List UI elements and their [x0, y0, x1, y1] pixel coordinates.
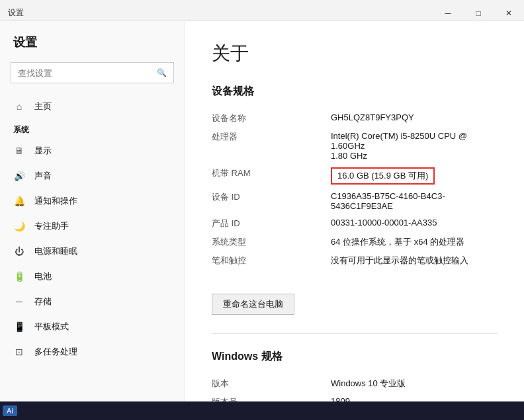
- windows-specs-title: Windows 规格: [212, 350, 498, 364]
- field-value: C1936A35-B75C-4160-B4C3-5436C1F9E3AE: [278, 188, 498, 214]
- field-value: 1809: [278, 393, 498, 401]
- notifications-icon: 🔔: [13, 195, 25, 207]
- ram-highlight: 16.0 GB (15.9 GB 可用): [331, 167, 435, 185]
- sound-icon: 🔊: [13, 170, 25, 182]
- table-row: 版本号 1809: [212, 393, 498, 401]
- device-specs-table: 设备名称 GH5LQZ8T9FY3PQY 处理器 Intel(R) Core(T…: [212, 109, 498, 270]
- notifications-label: 通知和操作: [34, 195, 77, 207]
- field-value: 16.0 GB (15.9 GB 可用): [278, 164, 498, 188]
- main-layout: 设置 🔍 ⌂ 主页 系统 🖥 显示 🔊 声音 🔔 通知和操作 🌙 专注助手: [0, 21, 524, 401]
- minimize-button[interactable]: ─: [433, 5, 463, 21]
- field-label: 版本号: [212, 393, 278, 401]
- field-value: 64 位操作系统，基于 x64 的处理器: [278, 233, 498, 251]
- field-label: 版本: [212, 374, 278, 393]
- field-value: GH5LQZ8T9FY3PQY: [278, 109, 498, 128]
- field-label: 系统类型: [212, 233, 278, 251]
- battery-label: 电池: [34, 271, 52, 282]
- sidebar-item-power[interactable]: ⏻ 电源和睡眠: [0, 239, 185, 264]
- tablet-label: 平板模式: [34, 321, 69, 333]
- rename-computer-button[interactable]: 重命名这台电脑: [212, 294, 294, 315]
- taskbar: Ai: [0, 401, 524, 420]
- field-label: 处理器: [212, 128, 278, 164]
- content-area: 关于 设备规格 设备名称 GH5LQZ8T9FY3PQY 处理器 Intel(R…: [185, 21, 524, 401]
- sidebar-item-focus[interactable]: 🌙 专注助手: [0, 214, 185, 239]
- field-label: 笔和触控: [212, 251, 278, 270]
- storage-label: 存储: [34, 296, 52, 308]
- display-icon: 🖥: [13, 145, 25, 157]
- titlebar-title: 设置: [0, 7, 24, 19]
- field-label: 机带 RAM: [212, 164, 278, 188]
- close-button[interactable]: ✕: [494, 5, 524, 21]
- field-value: Windows 10 专业版: [278, 374, 498, 393]
- field-value: 没有可用于此显示器的笔或触控输入: [278, 251, 498, 270]
- power-icon: ⏻: [13, 245, 25, 257]
- sidebar-item-home[interactable]: ⌂ 主页: [0, 94, 185, 119]
- table-row: 处理器 Intel(R) Core(TM) i5-8250U CPU @ 1.6…: [212, 128, 498, 164]
- table-row: 版本 Windows 10 专业版: [212, 374, 498, 393]
- field-value: 00331-10000-00001-AA335: [278, 214, 498, 233]
- titlebar-controls: ─ □ ✕: [433, 5, 524, 21]
- search-box[interactable]: 🔍: [11, 62, 174, 83]
- table-row: 笔和触控 没有可用于此显示器的笔或触控输入: [212, 251, 498, 270]
- field-label: 产品 ID: [212, 214, 278, 233]
- search-input[interactable]: [18, 68, 157, 78]
- focus-label: 专注助手: [34, 220, 69, 232]
- sidebar-item-tablet[interactable]: 📱 平板模式: [0, 314, 185, 339]
- sidebar-section-label: 系统: [0, 119, 185, 138]
- table-row: 系统类型 64 位操作系统，基于 x64 的处理器: [212, 233, 498, 251]
- sidebar-item-sound[interactable]: 🔊 声音: [0, 163, 185, 189]
- tablet-icon: 📱: [13, 321, 25, 333]
- page-title: 关于: [212, 41, 498, 66]
- sidebar: 设置 🔍 ⌂ 主页 系统 🖥 显示 🔊 声音 🔔 通知和操作 🌙 专注助手: [0, 21, 185, 401]
- sidebar-item-multitasking[interactable]: ⊡ 多任务处理: [0, 339, 185, 364]
- device-specs-title: 设备规格: [212, 85, 498, 99]
- multitasking-icon: ⊡: [13, 346, 25, 358]
- home-icon: ⌂: [13, 101, 25, 112]
- multitasking-label: 多任务处理: [34, 346, 77, 358]
- taskbar-ai-label[interactable]: Ai: [3, 405, 17, 416]
- field-label: 设备名称: [212, 109, 278, 128]
- sidebar-item-battery[interactable]: 🔋 电池: [0, 264, 185, 289]
- maximize-button[interactable]: □: [463, 5, 494, 21]
- field-label: 设备 ID: [212, 188, 278, 214]
- power-label: 电源和睡眠: [34, 245, 77, 257]
- table-row: 机带 RAM 16.0 GB (15.9 GB 可用): [212, 164, 498, 188]
- battery-icon: 🔋: [13, 271, 25, 282]
- sidebar-item-notifications[interactable]: 🔔 通知和操作: [0, 189, 185, 214]
- table-row: 产品 ID 00331-10000-00001-AA335: [212, 214, 498, 233]
- table-row: 设备名称 GH5LQZ8T9FY3PQY: [212, 109, 498, 128]
- storage-icon: ─: [13, 296, 25, 308]
- sidebar-header: 设置: [0, 21, 185, 57]
- sound-label: 声音: [34, 170, 52, 182]
- focus-icon: 🌙: [13, 220, 25, 232]
- search-icon: 🔍: [157, 68, 167, 77]
- sidebar-item-storage[interactable]: ─ 存储: [0, 289, 185, 314]
- titlebar: 设置 ─ □ ✕: [0, 0, 524, 21]
- windows-specs-table: 版本 Windows 10 专业版 版本号 1809 安装日期 2021/8/1…: [212, 374, 498, 401]
- display-label: 显示: [34, 145, 52, 157]
- field-value: Intel(R) Core(TM) i5-8250U CPU @ 1.60GHz…: [278, 128, 498, 164]
- sidebar-item-display[interactable]: 🖥 显示: [0, 138, 185, 163]
- home-label: 主页: [34, 101, 52, 112]
- table-row: 设备 ID C1936A35-B75C-4160-B4C3-5436C1F9E3…: [212, 188, 498, 214]
- section-divider: [212, 333, 498, 334]
